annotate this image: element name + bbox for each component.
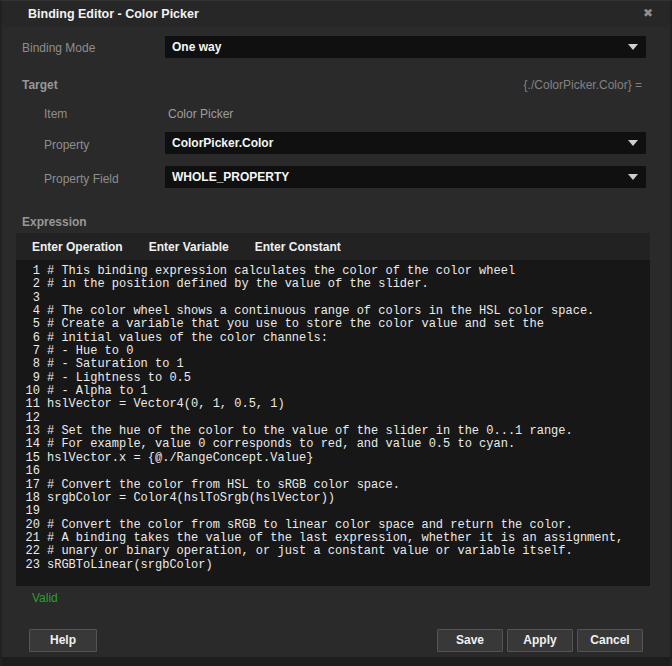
binding-editor-dialog: Binding Editor - Color Picker ✖ Binding … [0,0,672,666]
close-icon[interactable]: ✖ [640,5,656,21]
property-label: Property [44,138,89,152]
code-line: 9# - Lightness to 0.5 [20,372,646,385]
binding-mode-label: Binding Mode [22,41,95,55]
code-line: 10# - Alpha to 1 [20,385,646,398]
code-line: 13# Set the hue of the color to the valu… [20,425,646,438]
code-line: 2# in the position defined by the value … [20,278,646,291]
titlebar: Binding Editor - Color Picker ✖ [2,1,670,27]
enter-operation-button[interactable]: Enter Operation [32,240,123,254]
item-label: Item [44,107,67,121]
property-value: ColorPicker.Color [172,136,628,150]
enter-constant-button[interactable]: Enter Constant [255,240,341,254]
code-line: 15hslVector.x = {@./RangeConcept.Value} [20,452,646,465]
code-line: 8# - Saturation to 1 [20,358,646,371]
property-dropdown[interactable]: ColorPicker.Color [165,132,646,154]
code-line: 17# Convert the color from HSL to sRGB c… [20,479,646,492]
apply-button[interactable]: Apply [507,629,573,652]
item-value: Color Picker [168,107,233,121]
validation-status: Valid [32,591,58,605]
code-line: 19 [20,505,646,518]
target-path-hint: {./ColorPicker.Color} = [524,78,642,92]
help-button[interactable]: Help [29,629,97,652]
code-line: 3 [20,292,646,305]
cancel-button[interactable]: Cancel [577,629,643,652]
code-line: 22# unary or binary operation, or just a… [20,545,646,558]
code-line: 11hslVector = Vector4(0, 1, 0.5, 1) [20,398,646,411]
code-line: 23sRGBToLinear(srgbColor) [20,559,646,572]
chevron-down-icon [628,174,638,180]
code-line: 7# - Hue to 0 [20,345,646,358]
property-field-value: WHOLE_PROPERTY [172,170,628,184]
binding-mode-dropdown[interactable]: One way [165,36,646,58]
window-frame-bottom [2,657,670,666]
code-line: 21# A binding takes the value of the las… [20,532,646,545]
chevron-down-icon [628,44,638,50]
code-line: 1# This binding expression calculates th… [20,265,646,278]
code-line: 18srgbColor = Color4(hslToSrgb(hslVector… [20,492,646,505]
target-section-label: Target [22,78,58,92]
footer-actions: Save Apply Cancel [437,629,643,652]
code-line: 4# The color wheel shows a continuous ra… [20,305,646,318]
expression-toolbar: Enter Operation Enter Variable Enter Con… [16,233,650,260]
code-line: 6# initial values of the color channels: [20,332,646,345]
code-lines[interactable]: 1# This binding expression calculates th… [16,260,650,572]
code-line: 14# For example, value 0 corresponds to … [20,438,646,451]
property-field-label: Property Field [44,172,119,186]
code-line: 12 [20,412,646,425]
expression-editor[interactable]: Enter Operation Enter Variable Enter Con… [16,233,650,586]
code-line: 20# Convert the color from sRGB to linea… [20,519,646,532]
property-field-dropdown[interactable]: WHOLE_PROPERTY [165,166,646,188]
save-button[interactable]: Save [437,629,503,652]
binding-mode-value: One way [172,40,628,54]
enter-variable-button[interactable]: Enter Variable [149,240,229,254]
code-line: 16 [20,465,646,478]
expression-section-label: Expression [22,215,87,229]
code-line: 5# Create a variable that you use to sto… [20,318,646,331]
dialog-title: Binding Editor - Color Picker [28,1,199,27]
chevron-down-icon [628,140,638,146]
